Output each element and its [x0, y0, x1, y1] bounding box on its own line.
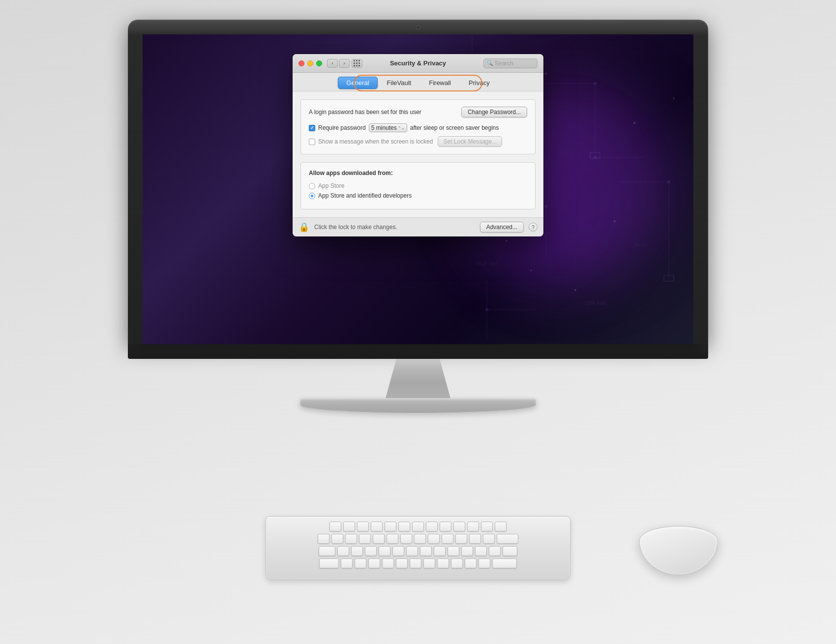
window-title: Security & Privacy — [390, 59, 446, 67]
svg-text:0110 1001: 0110 1001 — [477, 262, 499, 266]
lock-icon[interactable]: 🔒 — [299, 222, 309, 233]
keyboard-row-1 — [273, 522, 563, 531]
bottom-bezel — [128, 344, 708, 359]
key-capslock — [319, 558, 339, 568]
key-p — [461, 546, 473, 556]
tab-filevault[interactable]: FileVault — [379, 77, 420, 89]
svg-point-27 — [574, 289, 576, 291]
key-4 — [373, 534, 385, 544]
allow-apps-section: Allow apps downloaded from: App Store Ap… — [300, 162, 536, 209]
key-k — [437, 558, 449, 568]
key-h — [410, 558, 421, 568]
key-6 — [400, 534, 412, 544]
key-9 — [442, 534, 453, 544]
maximize-button[interactable] — [316, 60, 322, 66]
key-t — [392, 546, 404, 556]
key-quote — [478, 558, 490, 568]
back-button[interactable]: ‹ — [327, 59, 338, 68]
title-bar: ‹ › Security & Privacy 🔍 — [293, 54, 543, 73]
svg-point-30 — [531, 270, 532, 271]
key-o — [448, 546, 459, 556]
key-5 — [387, 534, 398, 544]
key-esc — [329, 522, 341, 531]
radio-app-store[interactable] — [309, 183, 315, 189]
tab-firewall[interactable]: Firewall — [420, 77, 459, 89]
key-0 — [455, 534, 467, 544]
search-icon: 🔍 — [487, 60, 493, 66]
set-lock-message-button[interactable]: Set Lock Message... — [438, 136, 502, 147]
key-r — [379, 546, 390, 556]
login-password-text: A login password has been set for this u… — [309, 109, 421, 116]
show-message-checkbox[interactable] — [309, 139, 315, 145]
key-f8 — [440, 522, 451, 531]
allow-apps-title: Allow apps downloaded from: — [309, 170, 527, 176]
magic-mouse — [639, 526, 718, 575]
key-f4 — [385, 522, 396, 531]
forward-button[interactable]: › — [339, 59, 350, 68]
svg-point-18 — [485, 308, 488, 311]
minutes-value: 5 minutes — [371, 124, 397, 131]
radio-app-store-row: App Store — [309, 182, 527, 189]
imac-wrapper: 0110 1001 1100 0101 0xF4E2 — [84, 20, 752, 413]
minutes-dropdown[interactable]: 5 minutes ⌃⌄ — [369, 123, 407, 132]
key-backtick — [318, 534, 329, 544]
key-s — [355, 558, 366, 568]
stand-base — [300, 398, 536, 413]
login-section: A login password has been set for this u… — [300, 99, 536, 154]
svg-point-8 — [594, 82, 597, 85]
key-u — [420, 546, 432, 556]
key-rbracket — [489, 546, 501, 556]
key-q — [337, 546, 349, 556]
content-area: A login password has been set for this u… — [293, 91, 543, 217]
key-f2 — [357, 522, 369, 531]
keyboard-row-2 — [273, 534, 563, 544]
search-placeholder: Search — [495, 60, 513, 67]
require-password-checkbox[interactable] — [309, 125, 315, 131]
key-g — [396, 558, 408, 568]
key-d — [368, 558, 380, 568]
traffic-lights — [299, 60, 322, 66]
nav-buttons: ‹ › — [327, 59, 350, 68]
svg-text:1100 0101: 1100 0101 — [585, 301, 607, 306]
key-f11 — [481, 522, 493, 531]
svg-point-12 — [544, 205, 547, 208]
tab-privacy[interactable]: Privacy — [460, 77, 498, 89]
scene: 0110 1001 1100 0101 0xF4E2 — [0, 0, 836, 644]
key-lbracket — [475, 546, 487, 556]
svg-point-15 — [667, 180, 670, 183]
key-f6 — [412, 522, 424, 531]
svg-text:0xF4E2: 0xF4E2 — [634, 243, 647, 247]
tab-general[interactable]: General — [338, 77, 377, 89]
bottom-bar: 🔒 Click the lock to make changes. Advanc… — [293, 217, 543, 236]
minimize-button[interactable] — [307, 60, 313, 66]
require-password-label: Require password — [318, 124, 366, 131]
search-bar[interactable]: 🔍 Search — [483, 59, 537, 68]
key-7 — [414, 534, 426, 544]
key-f7 — [426, 522, 438, 531]
key-j — [423, 558, 435, 568]
key-e — [365, 546, 377, 556]
key-tab — [319, 546, 335, 556]
advanced-button[interactable]: Advanced... — [480, 222, 524, 233]
key-semicolon — [465, 558, 477, 568]
svg-point-26 — [614, 220, 616, 222]
key-f9 — [453, 522, 465, 531]
camera-area — [416, 26, 420, 29]
key-minus — [469, 534, 481, 544]
radio-identified-label: App Store and identified developers — [318, 192, 412, 199]
key-w — [351, 546, 363, 556]
screen-area: 0110 1001 1100 0101 0xF4E2 — [143, 34, 693, 344]
radio-identified[interactable] — [309, 193, 315, 199]
change-password-button[interactable]: Change Password... — [461, 107, 527, 117]
key-3 — [359, 534, 371, 544]
security-privacy-window: ‹ › Security & Privacy 🔍 — [293, 54, 543, 236]
close-button[interactable] — [299, 60, 304, 66]
key-f — [382, 558, 394, 568]
key-f12 — [495, 522, 507, 531]
imac-screen-bezel: 0110 1001 1100 0101 0xF4E2 — [128, 20, 708, 344]
svg-point-23 — [545, 73, 547, 75]
help-button[interactable]: ? — [529, 223, 537, 232]
key-f1 — [343, 522, 355, 531]
apps-grid-button[interactable] — [352, 59, 362, 68]
key-equal — [483, 534, 495, 544]
